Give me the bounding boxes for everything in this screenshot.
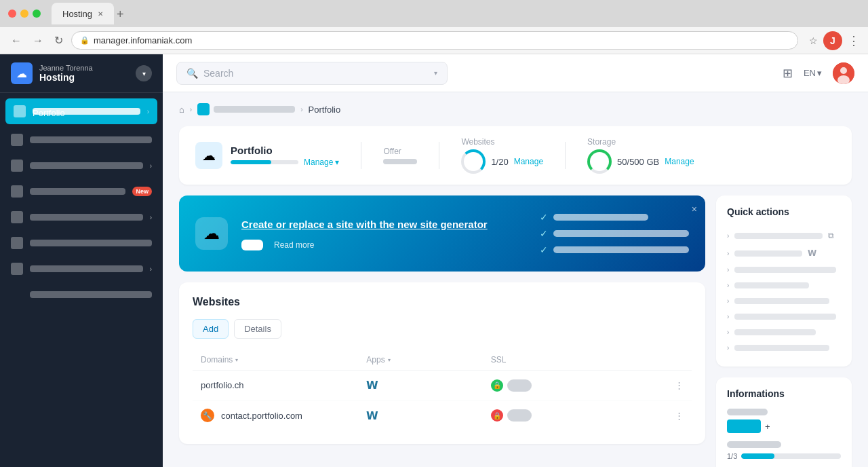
qa-bar-4	[734, 282, 809, 288]
qa-item-2[interactable]: › 𝗪	[727, 244, 841, 262]
qa-item-7[interactable]: ›	[727, 324, 841, 340]
sidebar-item-portfolio[interactable]: Portfolio ›	[5, 98, 157, 124]
item6-icon	[11, 237, 23, 249]
search-icon: 🔍	[186, 68, 198, 79]
app-container: ☁ Jeanne Torenna Hosting ▾ Portfolio ›	[0, 54, 868, 467]
check-icon-3: ✓	[540, 244, 548, 255]
table-header: Domains ▾ Apps ▾ SSL	[193, 350, 692, 371]
qa-item-4[interactable]: ›	[727, 278, 841, 293]
websites-manage-link[interactable]: Manage	[514, 157, 543, 166]
qa-item-5[interactable]: ›	[727, 293, 841, 309]
minimize-dot[interactable]	[20, 10, 28, 18]
active-tab[interactable]: Hosting ✕	[52, 3, 114, 24]
sidebar-item-8[interactable]	[0, 282, 163, 307]
banner-check-1: ✓	[540, 212, 689, 223]
maximize-dot[interactable]	[33, 10, 41, 18]
banner-check-2: ✓	[540, 228, 689, 239]
qa-item-6[interactable]: ›	[727, 309, 841, 324]
item4-icon	[11, 185, 23, 198]
address-bar[interactable]: 🔒 manager.infomaniak.com	[71, 31, 798, 50]
check-bar-2	[553, 230, 689, 237]
tab-add[interactable]: Add	[193, 319, 229, 339]
promotion-banner: × ☁ Create or replace a site with the ne…	[179, 195, 705, 272]
grid-icon[interactable]: ⊞	[783, 66, 793, 81]
info-row-1: +	[727, 409, 841, 433]
sidebar-nav: Portfolio › › New	[0, 93, 163, 467]
back-button[interactable]: ←	[8, 32, 24, 50]
col-apps-header[interactable]: Apps ▾	[366, 355, 490, 365]
sidebar-item3-arrow: ›	[150, 162, 152, 170]
informations-card: Informations +	[716, 377, 852, 467]
ssl-toggle-2[interactable]	[507, 409, 532, 422]
window-controls	[8, 10, 41, 18]
search-chevron-icon: ▾	[434, 69, 437, 77]
ssl-toggle-1[interactable]	[507, 379, 532, 392]
browser-menu-icon[interactable]: ⋮	[848, 33, 860, 48]
language-selector[interactable]: EN ▾	[804, 68, 822, 78]
sidebar-item-2-label	[30, 136, 152, 143]
row-2-apps: 𝗪	[366, 409, 490, 422]
sidebar-item-6-label	[30, 240, 152, 246]
tab-title: Hosting	[62, 9, 92, 19]
reload-button[interactable]: ↻	[52, 31, 66, 50]
browser-profile-avatar[interactable]: J	[823, 31, 842, 50]
storage-manage-link[interactable]: Manage	[665, 157, 694, 166]
info-fraction: 1/3	[727, 452, 737, 460]
info-progress-bar	[741, 453, 841, 459]
sidebar-dropdown-button[interactable]: ▾	[136, 65, 152, 81]
offer-label: Offer	[383, 147, 417, 156]
qa-arrow-4: ›	[727, 282, 729, 289]
sidebar-item-4-label	[30, 188, 125, 195]
sidebar-item-7[interactable]: ›	[0, 256, 163, 282]
sidebar-item5-arrow: ›	[150, 214, 152, 221]
websites-tabs: Add Details	[193, 319, 692, 339]
col-ssl-header: SSL	[491, 355, 656, 365]
row-1-domain: portfolio.ch	[201, 380, 244, 390]
wordpress-icon-1: 𝗪	[366, 379, 378, 392]
tab-close-button[interactable]: ✕	[98, 10, 103, 18]
row-2-actions[interactable]: ⋮	[656, 411, 684, 421]
offer-bar	[383, 159, 417, 164]
sidebar-item-6[interactable]	[0, 230, 163, 256]
sidebar-app-title: Hosting	[39, 72, 93, 83]
tab-details[interactable]: Details	[234, 319, 281, 339]
banner-title-plain: Create or replace a site with the new	[241, 219, 420, 230]
sidebar-brand: ☁ Jeanne Torenna Hosting	[11, 62, 93, 84]
qa-item-8[interactable]: ›	[727, 340, 841, 356]
breadcrumb-home[interactable]: ⌂	[179, 105, 184, 115]
forward-button[interactable]: →	[30, 32, 46, 50]
storage-value-row: 50/500 GB Manage	[587, 149, 694, 174]
sidebar-brand-text: Jeanne Torenna Hosting	[39, 64, 93, 83]
banner-close-button[interactable]: ×	[692, 204, 697, 214]
address-text: manager.infomaniak.com	[94, 35, 192, 45]
banner-read-more[interactable]: Read more	[274, 240, 314, 250]
breadcrumb-placeholder	[214, 106, 295, 113]
websites-section-title: Websites	[193, 296, 692, 308]
sidebar-item-4[interactable]: New	[0, 179, 163, 204]
stat-divider-3	[565, 142, 566, 169]
websites-label: Websites	[461, 137, 543, 147]
info-row-2: 1/3	[727, 441, 841, 460]
info-accent-row: +	[727, 419, 841, 433]
stat-offer: Offer	[383, 147, 417, 164]
new-tab-button[interactable]: +	[117, 7, 124, 22]
sidebar-item-2[interactable]	[0, 127, 163, 153]
info-plus-label[interactable]: +	[765, 422, 770, 432]
close-dot[interactable]	[8, 10, 16, 18]
websites-value: 1/20	[491, 157, 508, 167]
qa-item-1[interactable]: › ⧉	[727, 227, 841, 244]
bookmark-icon[interactable]: ☆	[809, 35, 818, 46]
topbar-avatar[interactable]	[833, 62, 854, 84]
search-placeholder: Search	[203, 68, 429, 79]
qa-item-3[interactable]: ›	[727, 262, 841, 278]
domains-sort-icon: ▾	[235, 357, 238, 363]
portfolio-manage-button[interactable]: Manage ▾	[304, 157, 339, 167]
banner-action-button[interactable]	[241, 240, 263, 250]
banner-title-link[interactable]: site generator	[420, 219, 487, 230]
row-1-actions[interactable]: ⋮	[656, 380, 684, 390]
col-domains-header[interactable]: Domains ▾	[201, 355, 366, 365]
search-bar[interactable]: 🔍 Search ▾	[176, 62, 448, 85]
qa-bar-1	[734, 233, 823, 239]
sidebar-item-5[interactable]: ›	[0, 204, 163, 230]
sidebar-item-3[interactable]: ›	[0, 153, 163, 179]
